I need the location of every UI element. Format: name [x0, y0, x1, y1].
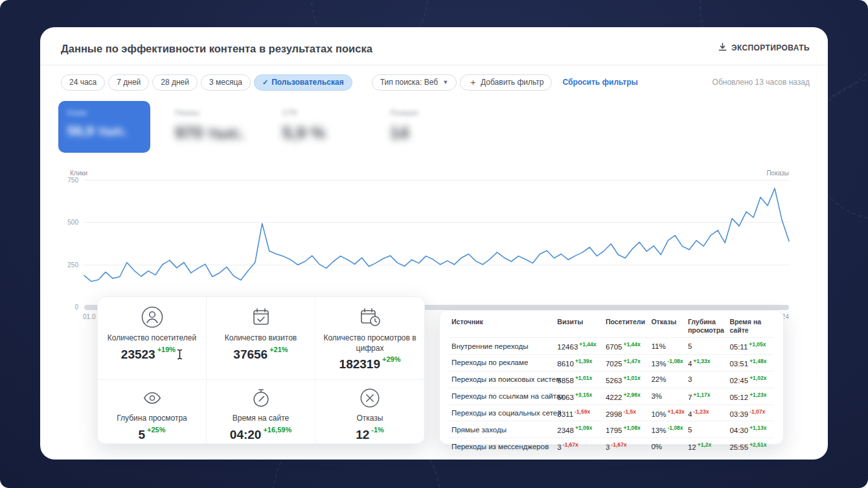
table-header-row: Источник Визиты Посетители Отказы Глубин…	[449, 313, 774, 338]
metric-cell: 8610+1,39x	[554, 355, 603, 372]
metric-cell: 4+1,33x	[685, 355, 727, 372]
source-cell: Переходы из социальных сетей	[449, 405, 554, 421]
calendar-clock-icon	[358, 305, 382, 329]
metric-cell: 12+1,2x	[685, 438, 727, 454]
metric-cell: 1795+1,08x	[603, 421, 649, 438]
period-label: 24 часа	[69, 78, 97, 87]
visit-metrics-panel: Количество посетителей 23523+19%	[97, 296, 425, 444]
download-icon	[718, 43, 727, 53]
delta-badge: +1,13x	[749, 425, 766, 431]
delta-badge: +3,15x	[575, 392, 592, 398]
right-axis-title: Показы	[766, 170, 789, 177]
period-pill-3m[interactable]: 3 месяца	[201, 74, 251, 91]
metric-cell: 5263+1,01x	[603, 371, 649, 388]
delta-badge: +1,09x	[575, 425, 592, 431]
period-pill-24h[interactable]: 24 часа	[61, 74, 105, 91]
left-axis-title: Клики	[70, 170, 87, 177]
export-button[interactable]: ЭКСПОРТИРОВАТЬ	[718, 43, 810, 53]
metric-tile-value: 12	[356, 428, 369, 442]
source-cell: Прямые заходы	[449, 421, 554, 438]
delta-badge: +1,02x	[749, 375, 766, 381]
period-label: 28 дней	[161, 78, 189, 87]
metric-cell: 02:45+1,02x	[727, 371, 774, 388]
metric-cell: 5858+1,01x	[554, 371, 603, 388]
delta-badge: +1,44x	[579, 341, 596, 348]
column-header: Отказы	[648, 313, 685, 338]
table-row: Переходы по рекламе 8610+1,39x 7025+1,47…	[449, 355, 774, 372]
metric-cell: 22%	[648, 371, 685, 388]
metric-tabs-row: Клики 56,9 тыс. Показы 970 тыс. CTR 5,9 …	[58, 101, 473, 153]
metric-tab-value: 14	[390, 123, 464, 143]
source-cell: Переходы из поисковых систем	[449, 371, 554, 388]
search-type-label: Тип поиска: Веб	[380, 78, 438, 87]
metric-tab-label: CTR	[282, 109, 356, 116]
metric-cell: 3311-1,59x	[554, 405, 603, 421]
metric-tile-value: 23523	[121, 348, 155, 362]
metric-tab-ctr[interactable]: CTR 5,9 %	[273, 101, 365, 153]
delta-badge: -1,23x	[693, 408, 709, 415]
metric-tile-pageviews: Количество просмотров в цифрах 182319+29…	[315, 297, 424, 380]
period-pill-custom[interactable]: ✓ Пользовательская	[254, 74, 352, 91]
delta-badge: -1,67x	[611, 441, 626, 448]
period-label: 3 месяца	[209, 78, 242, 87]
page-background: Данные по эффективности контента в резул…	[0, 0, 868, 488]
delta-badge: +19%	[157, 346, 176, 353]
metric-tab-clicks[interactable]: Клики 56,9 тыс.	[58, 101, 150, 153]
metric-cell: 3	[685, 371, 727, 388]
table-row: Прямые заходы 2348+1,09x 1795+1,08x 13%-…	[449, 421, 774, 438]
metric-cell: 05:12+1,23x	[727, 388, 774, 405]
period-pill-7d[interactable]: 7 дней	[108, 74, 149, 91]
metric-tab-position[interactable]: Позиция 14	[381, 101, 473, 153]
delta-badge: +25%	[147, 426, 165, 434]
period-pill-28d[interactable]: 28 дней	[152, 74, 198, 91]
delta-badge: -1,5x	[623, 408, 635, 415]
metric-tile-visits: Количество визитов 37656+21%	[207, 297, 315, 380]
updated-timestamp: Обновлено 13 часов назад	[713, 78, 810, 87]
metric-cell: 2998-1,5x	[603, 405, 649, 421]
delta-badge: -1,08x	[667, 358, 683, 364]
metric-cell: 03:39-1,07x	[727, 405, 774, 421]
page-title: Данные по эффективности контента в резул…	[61, 43, 372, 55]
check-icon: ✓	[262, 78, 268, 87]
period-label: Пользовательская	[271, 78, 343, 87]
add-filter-button[interactable]: ＋ Добавить фильтр	[460, 74, 552, 91]
metric-tab-impressions[interactable]: Показы 970 тыс.	[166, 101, 258, 153]
calendar-check-icon	[249, 305, 273, 329]
sources-table-body: Внутренние переходы 12463+1,44x 6705+1,4…	[449, 338, 774, 454]
metric-cell: 0%	[648, 438, 685, 454]
search-type-dropdown[interactable]: Тип поиска: Веб ▼	[372, 74, 457, 91]
export-label: ЭКСПОРТИРОВАТЬ	[731, 43, 810, 52]
metric-tile-label: Количество посетителей	[108, 333, 196, 344]
plus-icon: ＋	[468, 78, 477, 87]
delta-badge: -1,67x	[563, 441, 578, 448]
main-card: Данные по эффективности контента в резул…	[40, 27, 828, 460]
metric-tab-label: Позиция	[390, 109, 464, 116]
metric-cell: 6705+1,44x	[603, 338, 649, 355]
delta-badge: +1,39x	[575, 358, 592, 364]
eye-icon	[141, 387, 163, 409]
table-row: Переходы из мессенджеров 3-1,67x 3-1,67x…	[449, 438, 774, 454]
metric-cell: 10%+1,43x	[648, 405, 685, 421]
metric-cell: 3-1,67x	[554, 438, 603, 454]
metric-tab-label: Показы	[175, 109, 249, 116]
delta-badge: -1,08x	[667, 425, 683, 431]
clicks-line	[84, 188, 789, 282]
metric-tab-value: 970 тыс.	[175, 123, 249, 143]
metric-cell: 25:55+2,51x	[727, 438, 774, 454]
y-tick-label: 0	[74, 304, 78, 311]
metric-tile-value: 5	[138, 428, 145, 442]
metric-tile-value: 182319	[339, 357, 380, 372]
delta-badge: +1,01x	[575, 375, 592, 381]
metric-tile-visitors: Количество посетителей 23523+19%	[98, 297, 207, 380]
table-row: Внутренние переходы 12463+1,44x 6705+1,4…	[449, 338, 774, 355]
reset-filters-link[interactable]: Сбросить фильтры	[562, 78, 637, 87]
delta-badge: +2,96x	[623, 392, 640, 398]
x-circle-icon	[359, 387, 381, 409]
user-circle-icon	[141, 305, 164, 329]
column-header: Источник	[449, 313, 554, 338]
stopwatch-icon	[250, 387, 272, 409]
metric-tile-time-on-site: Время на сайте 04:20+16,59%	[207, 380, 315, 445]
metric-cell: 03:51+1,48x	[727, 355, 774, 372]
period-label: 7 дней	[117, 78, 141, 87]
metric-cell: 5063+3,15x	[554, 388, 603, 405]
